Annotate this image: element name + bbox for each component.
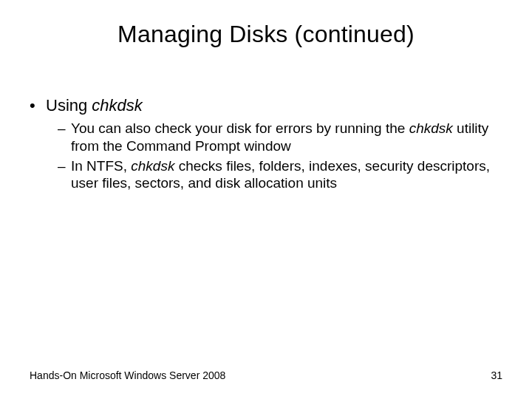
page-number: 31 [491,369,502,381]
sub-bullet-item: –You can also check your disk for errors… [58,120,502,154]
dash-marker: – [58,120,71,137]
sub-bullet-italic: chkdsk [409,120,453,136]
slide-title: Managing Disks (continued) [0,21,532,48]
dash-marker: – [58,157,71,174]
bullet-text-plain: Using [46,96,92,115]
slide-body: •Using chkdsk –You can also check your d… [30,96,502,194]
sub-bullet-prefix: You can also check your disk for errors … [71,120,409,136]
bullet-marker: • [30,96,46,115]
sub-bullet-italic: chkdsk [131,158,174,174]
sub-bullet-item: –In NTFS, chkdsk checks files, folders, … [58,157,502,191]
sub-bullet-list: –You can also check your disk for errors… [30,120,502,191]
bullet-level1: •Using chkdsk [30,96,502,115]
bullet-text-italic: chkdsk [92,96,142,115]
footer-text: Hands-On Microsoft Windows Server 2008 [30,369,225,381]
slide: Managing Disks (continued) •Using chkdsk… [0,0,532,399]
sub-bullet-prefix: In NTFS, [71,158,131,174]
